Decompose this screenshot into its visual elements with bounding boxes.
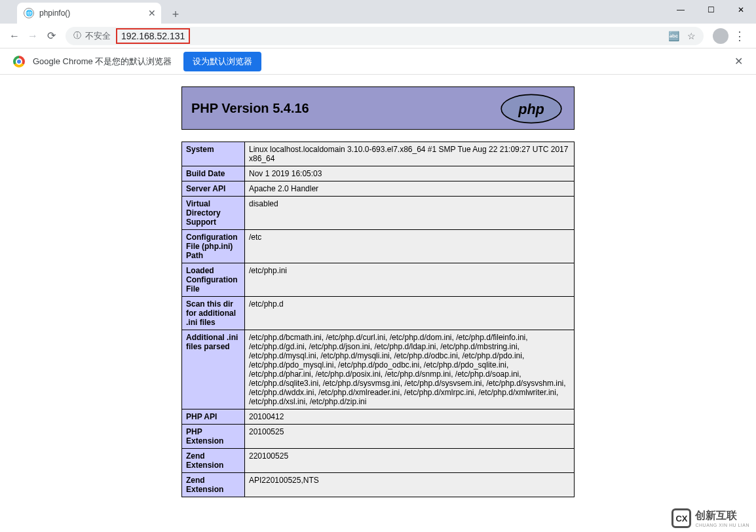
config-value: Linux localhost.localdomain 3.10.0-693.e… [245, 142, 575, 166]
watermark-logo: CX [671, 508, 691, 528]
config-value: 20100412 [245, 409, 575, 425]
translate-icon[interactable]: 🔤 [668, 31, 679, 41]
phpinfo-header: PHP Version 5.4.16 php [181, 86, 575, 130]
config-value: disabled [245, 197, 575, 230]
maximize-button[interactable]: ☐ [696, 0, 726, 20]
table-row: SystemLinux localhost.localdomain 3.10.0… [182, 142, 575, 166]
config-value: /etc/php.ini [245, 263, 575, 297]
table-row: Zend ExtensionAPI220100525,NTS [182, 473, 575, 497]
config-value: 220100525 [245, 449, 575, 473]
config-key: Scan this dir for additional .ini files [182, 297, 245, 330]
default-browser-infobar: Google Chrome 不是您的默认浏览器 设为默认浏览器 ✕ [0, 48, 756, 75]
watermark-sub: CHUANG XIN HU LIAN [695, 523, 749, 527]
config-key: PHP API [182, 409, 245, 425]
table-row: Configuration File (php.ini) Path/etc [182, 230, 575, 263]
config-key: Loaded Configuration File [182, 263, 245, 297]
info-icon[interactable]: ⓘ [73, 30, 81, 41]
php-version-title: PHP Version 5.4.16 [191, 101, 309, 116]
new-tab-button[interactable]: + [166, 5, 185, 24]
table-row: Loaded Configuration File/etc/php.ini [182, 263, 575, 297]
table-row: Scan this dir for additional .ini files/… [182, 297, 575, 330]
insecure-label: 不安全 [85, 30, 111, 42]
back-button[interactable]: ← [5, 27, 24, 45]
table-row: Additional .ini files parsed/etc/php.d/b… [182, 330, 575, 409]
tab-title: phpinfo() [39, 9, 70, 18]
infobar-message: Google Chrome 不是您的默认浏览器 [33, 56, 172, 67]
config-key: System [182, 142, 245, 166]
address-bar[interactable]: ⓘ 不安全 192.168.52.131 🔤 ☆ [66, 27, 704, 45]
config-value: /etc [245, 230, 575, 263]
config-value: /etc/php.d [245, 297, 575, 330]
table-row: PHP API20100412 [182, 409, 575, 425]
chrome-icon [13, 56, 25, 67]
profile-avatar[interactable] [713, 28, 728, 44]
config-key: Build Date [182, 166, 245, 181]
phpinfo-table: SystemLinux localhost.localdomain 3.10.0… [181, 142, 575, 497]
window-controls: — ☐ ✕ [666, 0, 756, 20]
bookmark-star-icon[interactable]: ☆ [687, 31, 696, 41]
minimize-button[interactable]: — [666, 0, 696, 20]
url-text: 192.168.52.131 [116, 28, 190, 44]
page-content[interactable]: PHP Version 5.4.16 php SystemLinux local… [0, 75, 756, 532]
tab-strip: 🌐 phpinfo() ✕ + — ☐ ✕ [0, 0, 756, 24]
browser-tab[interactable]: 🌐 phpinfo() ✕ [17, 3, 161, 24]
config-key: Virtual Directory Support [182, 197, 245, 230]
config-key: Server API [182, 181, 245, 197]
watermark-text: 创新互联 [695, 509, 749, 523]
config-value: Apache 2.0 Handler [245, 181, 575, 197]
config-key: Configuration File (php.ini) Path [182, 230, 245, 263]
close-window-button[interactable]: ✕ [726, 0, 756, 20]
reload-button[interactable]: ⟳ [42, 27, 60, 45]
table-row: Virtual Directory Supportdisabled [182, 197, 575, 230]
php-logo: php [495, 92, 567, 125]
globe-icon: 🌐 [24, 8, 34, 18]
table-row: PHP Extension20100525 [182, 425, 575, 449]
config-key: PHP Extension [182, 425, 245, 449]
browser-toolbar: ← → ⟳ ⓘ 不安全 192.168.52.131 🔤 ☆ ⋮ [0, 24, 756, 48]
set-default-button[interactable]: 设为默认浏览器 [183, 52, 261, 71]
table-row: Zend Extension220100525 [182, 449, 575, 473]
config-value: Nov 1 2019 16:05:03 [245, 166, 575, 181]
config-key: Zend Extension [182, 473, 245, 497]
svg-text:php: php [518, 101, 544, 117]
infobar-close-icon[interactable]: ✕ [734, 55, 743, 67]
config-key: Additional .ini files parsed [182, 330, 245, 409]
forward-button[interactable]: → [24, 27, 42, 45]
watermark: CX 创新互联 CHUANG XIN HU LIAN [671, 508, 749, 528]
config-key: Zend Extension [182, 449, 245, 473]
kebab-menu-icon[interactable]: ⋮ [728, 29, 751, 43]
tab-close-icon[interactable]: ✕ [148, 8, 156, 18]
table-row: Server APIApache 2.0 Handler [182, 181, 575, 197]
config-value: API220100525,NTS [245, 473, 575, 497]
table-row: Build DateNov 1 2019 16:05:03 [182, 166, 575, 181]
config-value: /etc/php.d/bcmath.ini, /etc/php.d/curl.i… [245, 330, 575, 409]
config-value: 20100525 [245, 425, 575, 449]
